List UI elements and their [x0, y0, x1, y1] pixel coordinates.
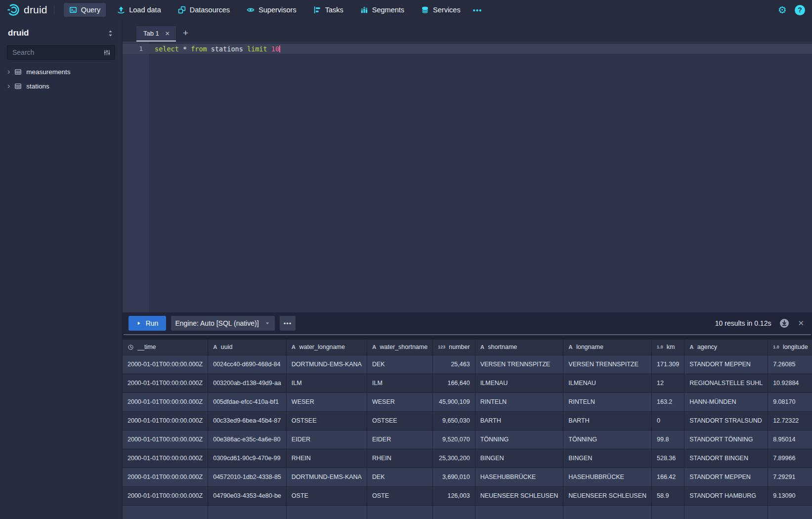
cell-water_longname[interactable]: ILM: [286, 374, 367, 392]
column-header-water_longname[interactable]: Awater_longname: [286, 340, 367, 355]
cell-longitude[interactable]: 8.95014: [768, 430, 812, 449]
cell-water_shortname[interactable]: ILM: [367, 374, 432, 392]
cell-__time[interactable]: 2000-01-01T00:00:00.000Z: [123, 374, 208, 392]
column-header-longitude[interactable]: 1.0longitude: [768, 340, 812, 355]
column-header-water_shortname[interactable]: Awater_shortname: [367, 340, 432, 355]
cell-km[interactable]: 171.309: [652, 355, 684, 374]
cell-number[interactable]: 9,520,070: [433, 430, 475, 449]
cell-water_shortname[interactable]: WESER: [367, 392, 432, 411]
query-more-button[interactable]: •••: [280, 316, 296, 331]
column-header-__time[interactable]: __time: [123, 340, 208, 355]
cell-water_shortname[interactable]: EIDER: [367, 430, 432, 449]
cell-longitude[interactable]: 7.29291: [768, 468, 812, 486]
close-results-icon[interactable]: ✕: [798, 319, 804, 328]
cell-longname[interactable]: NEUENSEER SCHLEUSEN: [563, 486, 652, 505]
cell-uuid[interactable]: 005dfdae-efcc-410a-bf1: [208, 392, 287, 411]
cell-uuid[interactable]: 04790e03-4353-4e80-be: [208, 486, 287, 505]
cell-longname[interactable]: ILMENAU: [563, 374, 652, 392]
cell-km[interactable]: 163.2: [652, 392, 684, 411]
cell-longitude[interactable]: 10.92884: [768, 374, 812, 392]
cell-__time[interactable]: 2000-01-01T00:00:00.000Z: [123, 355, 208, 374]
add-tab-button[interactable]: +: [183, 28, 188, 38]
nav-item-load-data[interactable]: Load data: [112, 3, 167, 17]
cell-water_shortname[interactable]: DEK: [367, 355, 432, 374]
cell-__time[interactable]: 2000-01-01T00:00:00.000Z: [123, 449, 208, 468]
download-results-icon[interactable]: [779, 318, 789, 328]
cell-agency[interactable]: STANDORT HAMBURG: [684, 486, 768, 505]
nav-item-query[interactable]: Query: [64, 3, 106, 17]
sidebar-table-measurements[interactable]: ›measurements: [0, 65, 122, 79]
cell-km[interactable]: 99.8: [652, 430, 684, 449]
cell-agency[interactable]: STANDORT STRALSUND: [684, 411, 768, 430]
cell-water_shortname[interactable]: RHEIN: [367, 449, 432, 468]
cell-agency[interactable]: STANDORT BINGEN: [684, 449, 768, 468]
cell-water_longname[interactable]: EIDER: [286, 430, 367, 449]
cell-empty[interactable]: [433, 505, 475, 519]
cell-longitude[interactable]: 7.26085: [768, 355, 812, 374]
cell-empty[interactable]: [367, 505, 432, 519]
column-header-longname[interactable]: Alongname: [563, 340, 652, 355]
nav-item-services[interactable]: Services: [416, 3, 466, 17]
cell-shortname[interactable]: ILMENAU: [475, 374, 563, 392]
cell-water_longname[interactable]: DORTMUND-EMS-KANA: [286, 355, 367, 374]
cell-km[interactable]: 12: [652, 374, 684, 392]
column-header-shortname[interactable]: Ashortname: [475, 340, 563, 355]
cell-uuid[interactable]: 00e386ac-e35c-4a6e-80: [208, 430, 287, 449]
tab-1[interactable]: Tab 1 ✕: [136, 26, 176, 42]
cell-__time[interactable]: 2000-01-01T00:00:00.000Z: [123, 411, 208, 430]
cell-number[interactable]: 9,650,030: [433, 411, 475, 430]
cell-km[interactable]: 0: [652, 411, 684, 430]
sql-code-line[interactable]: select * from stations limit 10: [155, 44, 280, 54]
column-header-km[interactable]: 1.0km: [652, 340, 684, 355]
cell-longname[interactable]: BARTH: [563, 411, 652, 430]
cell-uuid[interactable]: 0309cd61-90c9-470e-99: [208, 449, 287, 468]
cell-uuid[interactable]: 0024cc40-d690-468d-84: [208, 355, 287, 374]
cell-shortname[interactable]: HASEHUBBRÜCKE: [475, 468, 563, 486]
sidebar-table-stations[interactable]: ›stations: [0, 79, 122, 93]
cell-__time[interactable]: 2000-01-01T00:00:00.000Z: [123, 430, 208, 449]
cell-number[interactable]: 45,900,109: [433, 392, 475, 411]
cell-agency[interactable]: REGIONALSTELLE SUHL: [684, 374, 768, 392]
cell-water_longname[interactable]: WESER: [286, 392, 367, 411]
cell-longname[interactable]: BINGEN: [563, 449, 652, 468]
cell-__time[interactable]: 2000-01-01T00:00:00.000Z: [123, 486, 208, 505]
column-header-uuid[interactable]: Auuid: [208, 340, 287, 355]
cell-empty[interactable]: [286, 505, 367, 519]
cell-__time[interactable]: 2000-01-01T00:00:00.000Z: [123, 392, 208, 411]
column-header-number[interactable]: 123number: [433, 340, 475, 355]
cell-water_longname[interactable]: DORTMUND-EMS-KANA: [286, 468, 367, 486]
cell-shortname[interactable]: TÖNNING: [475, 430, 563, 449]
cell-km[interactable]: 58.9: [652, 486, 684, 505]
cell-longname[interactable]: VERSEN TRENNSPITZE: [563, 355, 652, 374]
cell-longitude[interactable]: 7.89966: [768, 449, 812, 468]
cell-empty[interactable]: [123, 505, 208, 519]
cell-water_shortname[interactable]: OSTSEE: [367, 411, 432, 430]
cell-longname[interactable]: TÖNNING: [563, 430, 652, 449]
cell-longitude[interactable]: 9.13090: [768, 486, 812, 505]
cell-number[interactable]: 166,640: [433, 374, 475, 392]
cell-empty[interactable]: [475, 505, 563, 519]
cell-longname[interactable]: RINTELN: [563, 392, 652, 411]
help-button[interactable]: ?: [795, 5, 805, 15]
column-header-agency[interactable]: Aagency: [684, 340, 768, 355]
engine-select-button[interactable]: Engine: Auto [SQL (native)]: [171, 316, 275, 331]
nav-item-segments[interactable]: Segments: [355, 3, 410, 17]
navbar-more-button[interactable]: •••: [469, 3, 486, 17]
cell-__time[interactable]: 2000-01-01T00:00:00.000Z: [123, 468, 208, 486]
cell-shortname[interactable]: BINGEN: [475, 449, 563, 468]
cell-water_shortname[interactable]: DEK: [367, 468, 432, 486]
cell-agency[interactable]: STANDORT TÖNNING: [684, 430, 768, 449]
cell-longname[interactable]: HASEHUBBRÜCKE: [563, 468, 652, 486]
cell-shortname[interactable]: VERSEN TRENNSPITZE: [475, 355, 563, 374]
cell-longitude[interactable]: 12.72322: [768, 411, 812, 430]
cell-number[interactable]: 126,003: [433, 486, 475, 505]
cell-empty[interactable]: [652, 505, 684, 519]
cell-shortname[interactable]: RINTELN: [475, 392, 563, 411]
cell-shortname[interactable]: BARTH: [475, 411, 563, 430]
cell-longitude[interactable]: 9.08170: [768, 392, 812, 411]
cell-km[interactable]: 528.36: [652, 449, 684, 468]
nav-item-datasources[interactable]: Datasources: [172, 3, 235, 17]
cell-water_longname[interactable]: OSTE: [286, 486, 367, 505]
cell-agency[interactable]: STANDORT MEPPEN: [684, 468, 768, 486]
chevron-right-icon[interactable]: ›: [7, 82, 10, 90]
